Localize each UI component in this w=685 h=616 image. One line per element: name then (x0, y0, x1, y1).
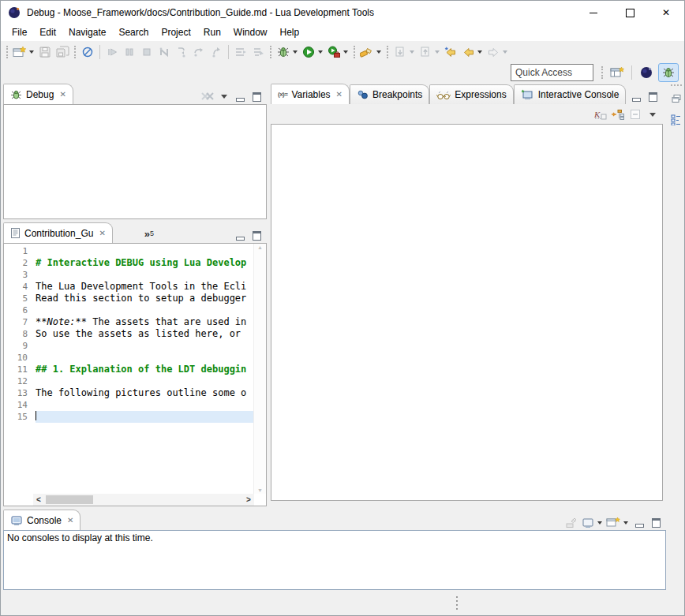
show-logical-structure-icon[interactable] (610, 107, 625, 122)
toolbar-grip[interactable] (387, 46, 388, 58)
step-over-button[interactable] (190, 43, 208, 61)
scroll-right-icon[interactable]: > (243, 495, 254, 504)
maximize-view-button[interactable] (646, 89, 661, 104)
run-dropdown[interactable] (318, 50, 323, 54)
search-dropdown[interactable] (376, 50, 381, 54)
tab-interactive-console[interactable]: Interactive Console (514, 84, 627, 104)
perspective-lua-button[interactable] (636, 63, 657, 82)
resume-button[interactable] (103, 43, 121, 61)
outline-view-icon[interactable] (668, 112, 683, 127)
scroll-up-icon[interactable]: ▲ (254, 245, 266, 250)
editor-line[interactable]: 8So use the assets as listed here, or (4, 328, 254, 340)
editor-line[interactable]: 11## 1. Explanation of the LDT debuggin (4, 364, 254, 375)
tab-close-icon[interactable]: ✕ (59, 90, 66, 99)
collapse-all-icon[interactable] (627, 107, 642, 122)
hidden-editors-chevron[interactable]: »5 (144, 224, 154, 243)
disconnect-button[interactable] (155, 43, 173, 61)
menu-item-project[interactable]: Project (155, 24, 197, 41)
tab-contribution-guide[interactable]: Contribution_Gu ✕ (3, 222, 113, 243)
terminate-button[interactable] (138, 43, 155, 61)
maximize-view-button[interactable] (249, 89, 264, 104)
maximize-view-button[interactable] (649, 515, 664, 530)
last-edit-location-button[interactable] (442, 43, 459, 61)
open-console-icon[interactable] (606, 515, 621, 530)
scroll-left-icon[interactable]: < (33, 495, 44, 504)
debug-view-content[interactable] (3, 104, 267, 219)
step-into-button[interactable] (173, 43, 190, 61)
open-console-dropdown[interactable] (623, 521, 628, 525)
tab-close-icon[interactable]: ✕ (336, 90, 342, 99)
menu-item-help[interactable]: Help (274, 24, 306, 41)
tab-variables[interactable]: (x)= Variables ✕ (271, 84, 350, 104)
editor-line[interactable]: 12 (4, 375, 254, 387)
toolbar-grip[interactable] (74, 46, 76, 58)
window-close-button[interactable]: ✕ (648, 1, 684, 24)
tab-console[interactable]: Console ✕ (3, 510, 80, 530)
view-menu-icon[interactable] (645, 107, 660, 122)
editor-line[interactable]: 7**Note:** The assets that are used in (4, 316, 254, 328)
variables-content[interactable] (271, 124, 663, 501)
minimize-view-button[interactable] (233, 89, 248, 104)
menu-item-window[interactable]: Window (227, 24, 274, 41)
back-button[interactable] (459, 43, 477, 61)
scrollbar-thumb[interactable] (46, 495, 93, 504)
quick-access-input[interactable]: Quick Access (511, 64, 593, 81)
toolbar-grip[interactable] (270, 46, 271, 58)
tab-debug[interactable]: Debug ✕ (3, 84, 73, 104)
run-button[interactable] (300, 43, 317, 61)
suspend-button[interactable] (121, 43, 138, 61)
editor-line[interactable]: 9 (4, 340, 254, 352)
editor-horizontal-scrollbar[interactable]: < > (33, 494, 254, 506)
editor-line[interactable]: 15 (4, 411, 254, 423)
pin-console-icon[interactable] (563, 515, 578, 530)
menu-item-run[interactable]: Run (197, 24, 227, 41)
editor-line[interactable]: 5Read this section to setup a debugger (4, 293, 254, 304)
view-menu-icon[interactable] (216, 89, 231, 104)
editor-line[interactable]: 3 (4, 269, 254, 281)
display-console-dropdown[interactable] (597, 521, 602, 525)
tab-close-icon[interactable]: ✕ (99, 229, 105, 237)
maximize-view-button[interactable] (249, 228, 264, 243)
tab-expressions[interactable]: Expressions (429, 84, 513, 104)
forward-dropdown[interactable] (503, 50, 507, 54)
console-content[interactable]: No consoles to display at this time. (3, 530, 666, 590)
toolbar-grip[interactable] (601, 66, 603, 79)
save-button[interactable] (36, 43, 54, 61)
next-annotation-button[interactable] (391, 43, 409, 61)
previous-annotation-dropdown[interactable] (435, 50, 440, 54)
toolbar-grip[interactable] (6, 46, 8, 58)
skip-all-breakpoints-button[interactable] (79, 43, 96, 61)
minimize-view-button[interactable] (233, 228, 248, 243)
use-step-filters-button[interactable] (232, 43, 249, 61)
menu-item-file[interactable]: File (6, 24, 33, 41)
remove-all-terminated-button[interactable] (200, 89, 215, 104)
editor-line[interactable]: 14 (4, 399, 254, 411)
menu-item-edit[interactable]: Edit (33, 24, 62, 41)
debug-dropdown[interactable] (293, 50, 298, 54)
editor-line[interactable]: 1 (4, 245, 254, 257)
window-minimize-button[interactable] (575, 1, 612, 24)
tab-breakpoints[interactable]: Breakpoints (350, 84, 429, 104)
search-icon[interactable] (358, 43, 376, 61)
status-bar-grip[interactable] (455, 596, 459, 612)
window-maximize-button[interactable] (612, 1, 648, 24)
debug-button[interactable] (275, 43, 292, 61)
save-all-button[interactable] (54, 43, 71, 61)
external-tools-button[interactable] (325, 43, 342, 61)
step-return-button[interactable] (208, 43, 225, 61)
editor-vertical-scrollbar[interactable]: ▲ ▼ (253, 244, 266, 494)
menu-item-search[interactable]: Search (112, 24, 155, 41)
toolbar-grip[interactable] (354, 46, 355, 58)
display-selected-console-icon[interactable] (580, 515, 595, 530)
editor-line[interactable]: 10 (4, 352, 254, 364)
new-wizard-button[interactable] (11, 43, 28, 61)
editor-line[interactable]: 2# Interactive DEBUG using Lua Develop (4, 257, 254, 269)
back-dropdown[interactable] (477, 50, 482, 54)
next-annotation-dropdown[interactable] (410, 50, 414, 54)
open-perspective-button[interactable] (607, 63, 627, 82)
editor-line[interactable]: 4The Lua Development Tools in the Ecli (4, 281, 254, 293)
external-tools-dropdown[interactable] (343, 50, 348, 54)
new-wizard-dropdown[interactable] (29, 50, 34, 54)
editor-line[interactable]: 13The following pictures outline some o (4, 387, 254, 399)
minimize-view-button[interactable] (629, 89, 644, 104)
